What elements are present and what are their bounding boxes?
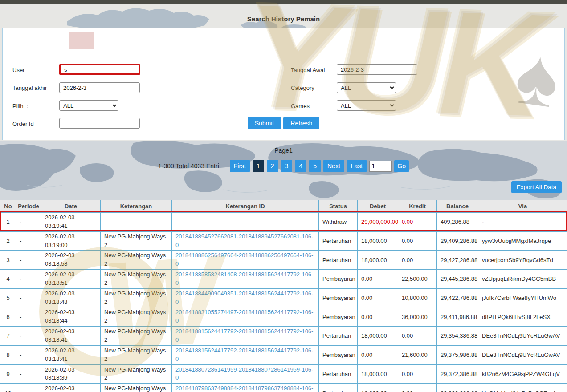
export-all-data-button[interactable]: Export All Data [511,181,562,193]
table-row: 3-2026-02-03 03:18:58New PG-Mahjong Ways… [0,251,567,270]
cell-via: DEe3TnNCdLj9UYcRLuGwAV [478,345,567,364]
cell-no: 8 [0,345,16,364]
cell-via: kB2n6zM4GA9sjPPZW4GLqV [478,364,567,384]
page-title: Search History Pemain [0,15,567,23]
cell-periode: - [16,251,41,270]
entries-summary: 1-300 Total 4033 Entri [158,162,219,170]
page-button-2[interactable]: 2 [267,160,278,172]
column-header-keterangan-id: Keterangan ID [172,200,319,213]
cell-periode: - [16,288,41,307]
cell-periode: - [16,364,41,384]
cell-keterangan_id[interactable]: 2018418815624417792-2018418815624417792-… [172,345,319,364]
cell-balance: 29,411,986.88 [437,307,478,327]
table-row: 9-2026-02-03 03:18:39New PG-Mahjong Ways… [0,364,567,384]
cell-balance: 29,390,386.88 [437,384,478,392]
cell-via: VqQMyVvei84c5oPxQSEauj [478,384,567,392]
page-button-next[interactable]: Next [323,160,344,172]
table-row: 1-2026-02-03 03:19:41--Withdraw29,000,00… [0,213,567,232]
cell-no: 9 [0,364,16,384]
page-indicator: Page1 [0,147,567,154]
cell-debet: 0.00 [358,288,398,307]
cell-date: 2026-02-03 03:19:41 [41,213,101,232]
category-select[interactable]: ALL [337,82,396,93]
games-label: Games [291,103,310,109]
cell-via: DEe3TnNCdLj9UYcRLuGwAV [478,327,567,346]
cell-debet: 0.00 [358,270,398,289]
cell-balance: 29,375,986.88 [437,345,478,364]
cell-date: 2026-02-03 03:18:41 [41,327,101,346]
page-button-5[interactable]: 5 [309,160,321,172]
cell-kredit: 36,000.00 [398,307,437,327]
history-table: NoPeriodeDateKeteranganKeterangan IDStat… [0,200,567,392]
tanggal-akhir-input[interactable] [59,82,140,93]
cell-date: 2026-02-03 03:18:58 [41,251,101,270]
history-table-body: 1-2026-02-03 03:19:41--Withdraw29,000,00… [0,213,567,392]
cell-date: 2026-02-03 03:18:39 [41,364,101,384]
goto-page-input[interactable] [369,161,392,172]
cell-debet: 18,000.00 [358,384,398,392]
cell-status: Pertaruhan [319,231,358,251]
cell-keterangan: New PG-Mahjong Ways 2 [101,307,172,327]
page-button-3[interactable]: 3 [281,160,293,172]
search-form-panel: User Tanggal akhir Pilih : ALL Order Id … [2,28,565,140]
cell-keterangan_id[interactable]: 2018418844909049351-2018418815624417792-… [172,288,319,307]
cell-keterangan: New PG-Mahjong Ways 2 [101,231,172,251]
cell-periode: - [16,345,41,364]
cell-via: d8PtTPQk6tTfvSj8L2LeSX [478,307,567,327]
column-header-debet: Debet [358,200,398,213]
form-buttons-row: Submit Refresh [3,117,564,129]
cell-no: 10 [0,384,16,392]
cell-keterangan_id[interactable]: 2018418886256497664-2018418886256497664-… [172,251,319,270]
cell-keterangan_id[interactable]: 2018418798637498884-2018418798637498884-… [172,384,319,392]
cell-status: Pembayaran [319,345,358,364]
cell-debet: 18,000.00 [358,251,398,270]
cell-status: Pembayaran [319,307,358,327]
page-button-4[interactable]: 4 [295,160,306,172]
column-header-no: No [0,200,16,213]
cell-kredit: 0.00 [398,384,437,392]
history-table-container: NoPeriodeDateKeteranganKeterangan IDStat… [0,200,567,392]
cell-debet: 18,000.00 [358,364,398,384]
cell-no: 6 [0,307,16,327]
cell-periode: - [16,231,41,251]
user-input[interactable] [59,64,140,75]
column-header-periode: Periode [16,200,41,213]
cell-kredit: 0.00 [398,231,437,251]
tanggal-awal-input[interactable] [337,64,417,75]
table-row: 5-2026-02-03 03:18:48New PG-Mahjong Ways… [0,288,567,307]
cell-keterangan_id: - [172,213,319,232]
pilih-select[interactable]: ALL [59,100,118,111]
cell-keterangan: - [101,213,172,232]
cell-keterangan_id[interactable]: 2018418858582481408-2018418815624417792-… [172,270,319,289]
cell-keterangan_id[interactable]: 2018418831055274497-2018418815624417792-… [172,307,319,327]
column-header-balance: Balance [437,200,478,213]
submit-button[interactable]: Submit [248,117,281,129]
cell-balance: 409,286.88 [437,213,478,232]
cell-keterangan_id[interactable]: 2018418815624417792-2018418815624417792-… [172,327,319,346]
cell-kredit: 0.00 [398,251,437,270]
refresh-button[interactable]: Refresh [283,117,319,129]
page-button-1[interactable]: 1 [253,160,264,172]
user-label: User [12,67,24,73]
cell-keterangan_id[interactable]: 2018418807286141959-2018418807286141959-… [172,364,319,384]
cell-status: Withdraw [319,213,358,232]
cell-no: 1 [0,213,16,232]
page-button-last[interactable]: Last [347,160,367,172]
cell-via: yyw3vUubjjMMgxfMaJrqpe [478,231,567,251]
cell-via: - [478,213,567,232]
games-select[interactable]: ALL [337,100,396,111]
table-row: 7-2026-02-03 03:18:41New PG-Mahjong Ways… [0,327,567,346]
cell-keterangan: New PG-Mahjong Ways 2 [101,327,172,346]
cell-keterangan: New PG-Mahjong Ways 2 [101,364,172,384]
page-button-first[interactable]: First [230,160,250,172]
pagination-buttons: First12345NextLast [230,160,367,172]
cell-debet: 18,000.00 [358,327,398,346]
table-row: 4-2026-02-03 03:18:51New PG-Mahjong Ways… [0,270,567,289]
go-button[interactable]: Go [394,160,409,172]
cell-date: 2026-02-03 03:18:51 [41,270,101,289]
cell-status: Pembayaran [319,270,358,289]
cell-keterangan_id[interactable]: 2018418894527662081-2018418894527662081-… [172,231,319,251]
cell-date: 2026-02-03 03:19:00 [41,231,101,251]
cell-debet: 18,000.00 [358,231,398,251]
cell-no: 2 [0,231,16,251]
